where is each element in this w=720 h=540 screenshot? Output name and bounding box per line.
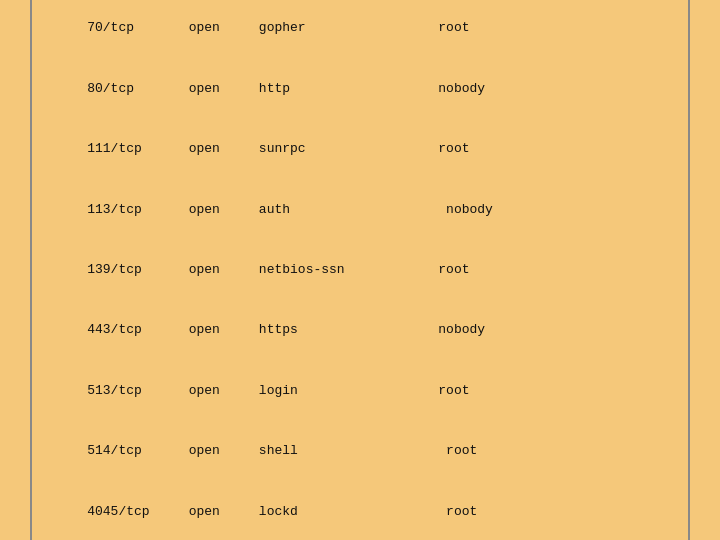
port-row-5: 139/tcp open netbios-ssn root [87,262,469,277]
port-row-9: 4045/tcp open lockd root [87,504,477,519]
port-row-7: 513/tcp open login root [87,383,469,398]
terminal-box: [root@pc89186 root]# nmap -sT -I -O www.… [30,0,690,540]
port-row-2: 80/tcp open http nobody [87,81,485,96]
terminal-output: [root@pc89186 root]# nmap -sT -I -O www.… [56,0,664,540]
port-row-3: 111/tcp open sunrpc root [87,141,469,156]
port-row-4: 113/tcp open auth nobody [87,202,493,217]
port-row-8: 514/tcp open shell root [87,443,477,458]
port-row-6: 443/tcp open https nobody [87,322,485,337]
port-row-1: 70/tcp open gopher root [87,20,469,35]
